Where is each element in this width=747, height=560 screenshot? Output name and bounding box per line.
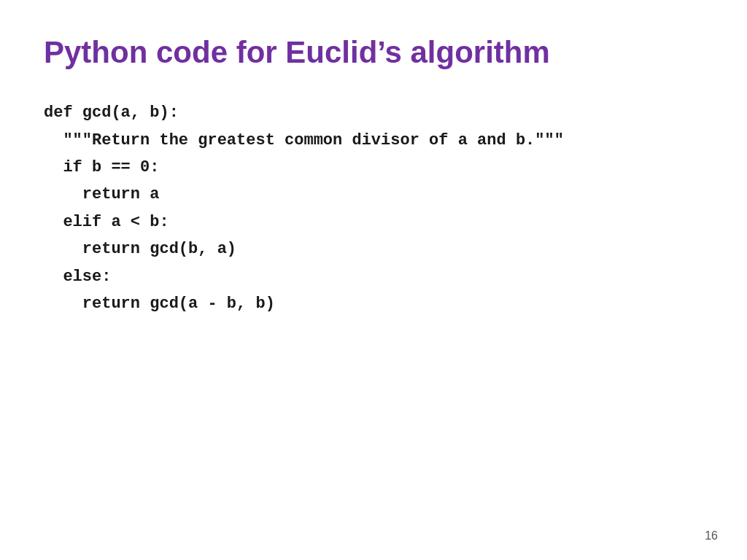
slide: Python code for Euclid’s algorithm def g…: [0, 0, 747, 560]
code-line-8: return gcd(a - b, b): [44, 290, 703, 317]
code-line-1: def gcd(a, b):: [44, 99, 703, 126]
code-line-3: if b == 0:: [44, 154, 703, 181]
code-line-7: else:: [44, 263, 703, 290]
code-block: def gcd(a, b): """Return the greatest co…: [44, 99, 703, 317]
page-number: 16: [705, 529, 718, 542]
code-line-5: elif a < b:: [44, 209, 703, 236]
code-line-4: return a: [44, 181, 703, 208]
code-line-6: return gcd(b, a): [44, 236, 703, 262]
code-line-2: """Return the greatest common divisor of…: [44, 127, 703, 154]
slide-title: Python code for Euclid’s algorithm: [44, 35, 703, 70]
